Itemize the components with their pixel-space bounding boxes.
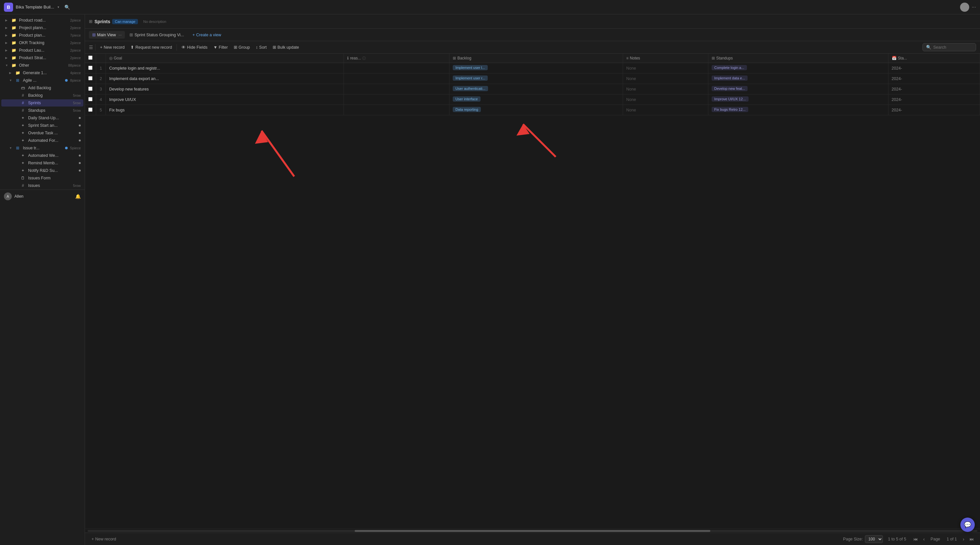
- sidebar-item-remind-memb[interactable]: ▶ ✦ Remind Memb...: [1, 159, 83, 167]
- arrow-icon: ▶: [5, 33, 9, 37]
- goal-col-icon: ◎: [109, 56, 113, 60]
- scroll-track: [88, 530, 977, 532]
- search-box[interactable]: 🔍: [923, 43, 976, 51]
- sidebar-item-okr-tracking[interactable]: ▶ 📁 OKR Tracking 2piece: [1, 39, 83, 46]
- sidebar-item-automated-we[interactable]: ▶ ✦ Automated We...: [1, 152, 83, 159]
- sort-icon: ↕: [256, 45, 258, 50]
- row-goal: Implement data export an...: [106, 73, 344, 84]
- filter-button[interactable]: ▼ Filter: [211, 44, 231, 51]
- sidebar-item-product-road[interactable]: ▶ 📁 Product road... 2piece: [1, 17, 83, 24]
- sidebar-item-issues[interactable]: ▶ # Issues 5row: [1, 182, 83, 189]
- sidebar-item-label: Add Backlog: [28, 86, 81, 90]
- sidebar-item-count: 8piece: [70, 78, 81, 82]
- sidebar-item-add-backlog[interactable]: ▶ 🗃 Add Backlog: [1, 84, 83, 92]
- notification-icon[interactable]: 🔔: [75, 194, 81, 199]
- bottom-bar: + New record Page Size: 100 50 200 1 to …: [85, 532, 980, 545]
- sidebar-item-overdue-task[interactable]: ▶ ✦ Overdue Task ...: [1, 129, 83, 137]
- search-input[interactable]: [933, 45, 972, 50]
- row-checkbox[interactable]: [88, 76, 92, 80]
- sort-button[interactable]: ↕ Sort: [253, 44, 269, 51]
- fab-button[interactable]: 💬: [960, 518, 975, 532]
- sidebar-item-sprints[interactable]: ▶ # Sprints 5row: [1, 99, 83, 106]
- arrow-icon: ▼: [9, 79, 13, 82]
- row-checkbox[interactable]: [88, 66, 92, 70]
- app-logo: B: [4, 3, 13, 12]
- first-page-button[interactable]: ⏮: [912, 535, 920, 543]
- sidebar-item-project-plann[interactable]: ▶ 📁 Project plann... 2piece: [1, 24, 83, 31]
- sidebar-item-automated-for[interactable]: ▶ ✦ Automated For...: [1, 137, 83, 144]
- sidebar: ▶ 📁 Product road... 2piece ▶ 📁 Project p…: [0, 14, 85, 545]
- top-bar-right: ···: [960, 3, 976, 12]
- sidebar-item-count: 5row: [73, 184, 81, 187]
- tab-sprint-status[interactable]: ⊞ Sprint Status Grouping Vi...: [126, 31, 187, 38]
- dot-indicator: [79, 132, 81, 134]
- new-record-button[interactable]: + New record: [97, 44, 127, 51]
- row-num: 2: [96, 73, 106, 84]
- search-icon[interactable]: 🔍: [64, 5, 70, 10]
- row-sta: 2024-: [888, 63, 980, 73]
- row-checkbox[interactable]: [88, 97, 92, 101]
- request-record-button[interactable]: ⬆ Request new record: [128, 43, 175, 51]
- sidebar-item-product-plan[interactable]: ▶ 📁 Product plan... 7piece: [1, 32, 83, 39]
- sidebar-item-label: Standups: [28, 108, 70, 113]
- sidebar-item-product-lau[interactable]: ▶ 📁 Product Lau... 2piece: [1, 47, 83, 54]
- bottom-new-record-button[interactable]: + New record: [89, 535, 119, 543]
- folder-icon: 📁: [11, 18, 16, 22]
- create-view-button[interactable]: + Create a view: [190, 31, 224, 38]
- sidebar-item-backlog[interactable]: ▶ # Backlog 5row: [1, 92, 83, 99]
- row-reason: [344, 94, 449, 105]
- folder-icon: 📁: [15, 71, 20, 75]
- hide-fields-button[interactable]: 👁 Hide Fields: [179, 44, 210, 51]
- row-checkbox[interactable]: [88, 108, 92, 112]
- horizontal-scrollbar[interactable]: [85, 529, 980, 532]
- prev-page-button[interactable]: ‹: [921, 535, 927, 543]
- breadcrumb: ⊞ Sprints Can manage: [89, 19, 138, 24]
- row-checkbox-cell[interactable]: [85, 84, 96, 94]
- sidebar-item-count: 5row: [73, 101, 81, 105]
- more-icon[interactable]: ···: [972, 4, 976, 10]
- next-page-button[interactable]: ›: [961, 535, 966, 543]
- row-checkbox-cell[interactable]: [85, 73, 96, 84]
- username: Allen: [14, 194, 24, 199]
- select-all-checkbox[interactable]: [88, 56, 92, 60]
- last-page-button[interactable]: ⏭: [967, 535, 976, 543]
- row-sta: 2024-: [888, 73, 980, 84]
- col-select-all[interactable]: [85, 54, 96, 63]
- auto-icon: ✦: [20, 161, 25, 165]
- tab-main-view[interactable]: ⊞ Main View ···: [89, 31, 125, 38]
- sidebar-item-product-strat[interactable]: ▶ 📁 Product Strat... 2piece: [1, 54, 83, 62]
- sidebar-item-label: Product Strat...: [19, 56, 68, 60]
- sidebar-item-other[interactable]: ▼ 📁 Other 88piece: [1, 62, 83, 69]
- collapse-btn[interactable]: ☰: [89, 45, 93, 50]
- sidebar-item-generate[interactable]: ▶ 📁 Generate 1... 4piece: [1, 69, 83, 76]
- sidebar-item-issue-tr[interactable]: ▼ ⊞ Issue tr... 5piece: [1, 145, 83, 152]
- row-num: 5: [96, 105, 106, 115]
- view-tabs: ⊞ Main View ··· ⊞ Sprint Status Grouping…: [85, 29, 980, 41]
- row-checkbox-cell[interactable]: [85, 94, 96, 105]
- scroll-thumb[interactable]: [355, 530, 711, 532]
- bulk-update-button[interactable]: ⊞ Bulk update: [270, 43, 302, 51]
- row-checkbox-cell[interactable]: [85, 105, 96, 115]
- auto-icon: ✦: [20, 123, 25, 128]
- header-bar: ⊞ Sprints Can manage No description: [85, 14, 980, 29]
- sidebar-item-agile[interactable]: ▼ ⊞ Agile ... 8piece: [1, 77, 83, 84]
- row-goal: Improve UI/UX: [106, 94, 344, 105]
- sidebar-item-count: 5row: [73, 94, 81, 97]
- sidebar-item-notify-rd[interactable]: ▶ ✦ Notify R&D Su...: [1, 167, 83, 174]
- row-checkbox-cell[interactable]: [85, 63, 96, 73]
- col-notes-label: Notes: [630, 56, 640, 60]
- sidebar-item-issues-form[interactable]: ▶ 🗒 Issues Form: [1, 175, 83, 182]
- chat-icon: 💬: [964, 521, 971, 528]
- page-of: 1 of 1: [947, 537, 957, 542]
- group-button[interactable]: ⊞ Group: [231, 43, 253, 51]
- sort-label: Sort: [259, 45, 267, 50]
- auto-icon: ✦: [20, 131, 25, 135]
- sidebar-item-standups[interactable]: ▶ # Standups 5row: [1, 107, 83, 114]
- row-checkbox[interactable]: [88, 87, 92, 91]
- col-standups: ⊞Standups: [708, 54, 888, 63]
- sidebar-item-sprint-start[interactable]: ▶ ✦ Sprint Start an...: [1, 122, 83, 129]
- sidebar-item-count: 5piece: [70, 146, 81, 150]
- page-size-select[interactable]: 100 50 200: [865, 535, 883, 543]
- sidebar-item-daily-standup[interactable]: ▶ ✦ Daily Stand-Up...: [1, 114, 83, 122]
- more-icon[interactable]: ···: [118, 33, 122, 37]
